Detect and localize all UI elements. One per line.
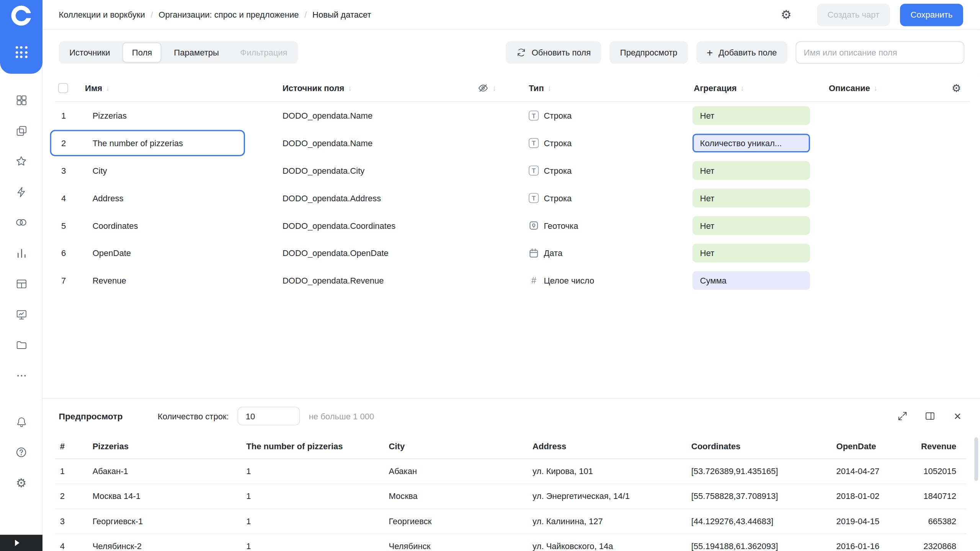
column-header-source[interactable]: Источник поля ↓: [280, 83, 474, 93]
field-search-input[interactable]: [795, 41, 964, 64]
row-count-hint: не больше 1 000: [309, 411, 374, 421]
field-row[interactable]: 1 Pizzerias DODO_opendata.Name T Строка …: [55, 102, 970, 129]
aggregation-select[interactable]: Сумма: [693, 271, 810, 290]
preview-col-address: Address: [520, 441, 679, 450]
geopoint-type-icon: [529, 220, 539, 230]
field-row[interactable]: 7 Revenue DODO_opendata.Revenue # Целое …: [55, 267, 970, 294]
cell-city: Георгиевск: [376, 517, 520, 526]
datasets-icon[interactable]: [15, 216, 28, 229]
scrollbar-thumb[interactable]: [974, 437, 978, 481]
objects-icon[interactable]: [15, 94, 28, 106]
preview-col-city: City: [376, 441, 520, 450]
logo-notch: [26, 13, 33, 18]
field-type-cell[interactable]: Дата: [524, 248, 689, 258]
field-name-cell[interactable]: OpenDate: [80, 248, 280, 258]
field-type-cell[interactable]: T Строка: [524, 166, 689, 176]
aggregation-select[interactable]: Нет: [693, 189, 810, 207]
field-type-cell[interactable]: # Целое число: [524, 276, 689, 285]
help-icon[interactable]: [15, 446, 28, 459]
apps-grid-icon[interactable]: [15, 46, 27, 58]
tab-sources[interactable]: Источники: [59, 41, 121, 64]
select-all-checkbox[interactable]: [58, 83, 68, 93]
preview-table: # Pizzerias The number of pizzerias City…: [42, 434, 980, 551]
cell-opendate: 2016-01-16: [824, 542, 893, 551]
field-name-cell[interactable]: The number of pizzerias: [80, 139, 280, 148]
connections-icon[interactable]: [15, 186, 28, 198]
favorites-icon[interactable]: [15, 155, 28, 168]
field-name-cell[interactable]: Revenue: [80, 276, 280, 285]
save-button[interactable]: Сохранить: [900, 3, 963, 26]
column-header-name[interactable]: Имя ↓: [80, 83, 280, 93]
editor-icon[interactable]: [15, 308, 28, 321]
breadcrumb-workbook[interactable]: Организации: спрос и предложение: [158, 10, 299, 19]
close-preview-icon[interactable]: ×: [951, 410, 964, 422]
column-header-hidden[interactable]: ↓: [474, 83, 524, 94]
column-header-description[interactable]: Описание ↓: [821, 83, 942, 93]
preview-col-opendate: OpenDate: [824, 441, 893, 450]
field-name-cell[interactable]: Coordinates: [80, 221, 280, 230]
breadcrumb-current: Новый датасет: [312, 10, 371, 19]
column-header-type[interactable]: Тип ↓: [524, 83, 689, 93]
table-settings-icon[interactable]: ⚙: [942, 83, 970, 93]
top-bar-actions: ⚙ Создать чарт Сохранить: [779, 3, 963, 26]
cell-pizzerias: Георгиевск-1: [80, 517, 234, 526]
preview-panel: Предпросмотр Количество строк: не больше…: [42, 398, 980, 551]
cell-address: ул. Чайковского, 14а: [520, 542, 679, 551]
expand-preview-icon[interactable]: [896, 410, 909, 422]
column-header-aggregation[interactable]: Агрегация ↓: [689, 83, 821, 93]
field-row[interactable]: 5 Coordinates DODO_opendata.Coordinates …: [55, 212, 970, 239]
cell-coordinates: [44.129276,43.44683]: [679, 517, 824, 526]
storage-icon[interactable]: [15, 339, 28, 351]
notifications-icon[interactable]: [15, 416, 28, 428]
datalens-logo[interactable]: [11, 6, 31, 26]
aggregation-select[interactable]: Нет: [693, 161, 810, 180]
expand-panel-button[interactable]: [0, 535, 42, 551]
settings-icon[interactable]: ⚙: [15, 477, 28, 489]
cell-index: 4: [55, 542, 80, 551]
field-type-cell[interactable]: Геоточка: [524, 220, 689, 230]
field-row[interactable]: 3 City DODO_opendata.City T Строка Нет: [55, 157, 970, 184]
field-aggregation-cell: Нет: [689, 189, 821, 207]
split-view-icon[interactable]: [924, 410, 936, 422]
dataset-settings-icon[interactable]: ⚙: [779, 8, 793, 21]
field-name-cell[interactable]: Pizzerias: [80, 111, 280, 120]
sidebar-brand-area: [0, 0, 42, 74]
preview-row: 1 Абакан-1 1 Абакан ул. Кирова, 101 [53.…: [55, 459, 966, 484]
row-count-label: Количество строк:: [158, 411, 229, 421]
field-aggregation-cell: Нет: [689, 216, 821, 235]
dashboards-icon[interactable]: [15, 277, 28, 290]
charts-icon[interactable]: [15, 247, 28, 259]
preview-button[interactable]: Предпросмотр: [609, 41, 688, 64]
aggregation-select-selected[interactable]: Количество уникал...: [693, 134, 810, 152]
field-name-cell[interactable]: Address: [80, 193, 280, 202]
refresh-fields-label: Обновить поля: [532, 48, 591, 57]
row-count-input[interactable]: [238, 407, 300, 425]
field-type-cell[interactable]: T Строка: [524, 138, 689, 148]
field-aggregation-cell: Нет: [689, 106, 821, 125]
aggregation-select[interactable]: Нет: [693, 216, 810, 235]
field-type-cell[interactable]: T Строка: [524, 111, 689, 121]
cell-coordinates: [53.726389,91.435165]: [679, 467, 824, 476]
aggregation-select[interactable]: Нет: [693, 244, 810, 262]
breadcrumb-collections[interactable]: Коллекции и воркбуки: [59, 10, 145, 19]
preview-title: Предпросмотр: [59, 411, 122, 421]
preview-col-coordinates: Coordinates: [679, 441, 824, 450]
cell-city: Челябинск: [376, 542, 520, 551]
field-row[interactable]: 4 Address DODO_opendata.Address T Строка…: [55, 184, 970, 212]
more-icon[interactable]: [15, 369, 28, 382]
refresh-icon: [516, 47, 526, 57]
refresh-fields-button[interactable]: Обновить поля: [505, 41, 601, 64]
field-row-selected[interactable]: 2 The number of pizzerias DODO_opendata.…: [55, 129, 970, 157]
field-name-cell[interactable]: City: [80, 166, 280, 175]
tab-parameters[interactable]: Параметры: [163, 41, 230, 64]
field-row[interactable]: 6 OpenDate DODO_opendata.OpenDate Дата Н…: [55, 239, 970, 267]
add-field-button[interactable]: + Добавить поле: [696, 41, 787, 64]
cell-opendate: 2019-04-15: [824, 517, 893, 526]
aggregation-select[interactable]: Нет: [693, 106, 810, 125]
preview-scrollbar[interactable]: [974, 437, 978, 544]
collections-icon[interactable]: [15, 124, 28, 137]
field-type-cell[interactable]: T Строка: [524, 193, 689, 203]
fields-table: Имя ↓ Источник поля ↓ ↓ Тип ↓ Агрегация …: [42, 75, 980, 398]
preview-table-header: # Pizzerias The number of pizzerias City…: [55, 434, 966, 459]
tab-fields[interactable]: Поля: [122, 42, 161, 62]
